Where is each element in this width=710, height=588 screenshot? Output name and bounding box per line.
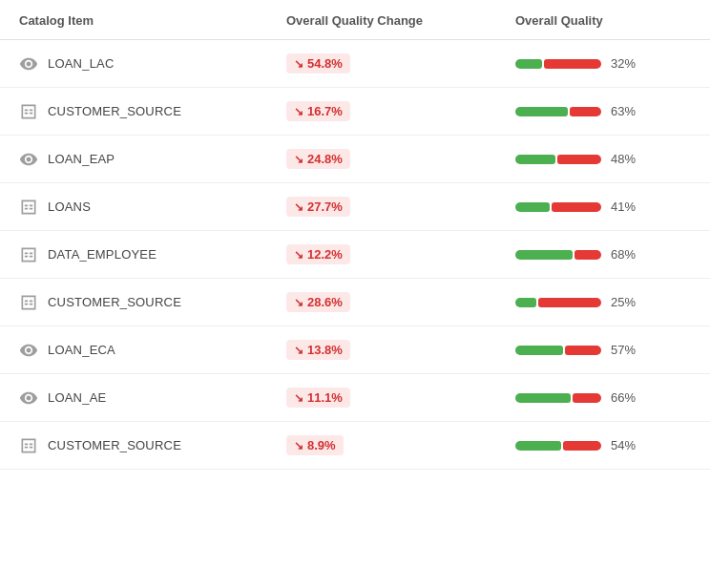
bar-green <box>515 155 555 164</box>
col-header-quality-change: Overall Quality Change <box>286 13 515 28</box>
item-name: LOAN_EAP <box>48 152 115 166</box>
bar-green <box>515 107 568 116</box>
catalog-cell: LOANS <box>19 198 286 217</box>
catalog-cell: CUSTOMER_SOURCE <box>19 293 286 312</box>
change-badge: ↘ 11.1% <box>286 388 350 408</box>
bar-red <box>557 155 601 164</box>
quality-change-cell: ↘ 13.8% <box>286 340 515 360</box>
view-icon <box>19 54 38 74</box>
table-row[interactable]: LOAN_LAC ↘ 54.8% 32% <box>0 40 710 88</box>
table-row[interactable]: CUSTOMER_SOURCE ↘ 8.9% 54% <box>0 422 710 470</box>
col-header-catalog: Catalog Item <box>19 13 286 28</box>
table-icon <box>19 293 38 312</box>
view-icon <box>19 341 38 360</box>
quality-change-cell: ↘ 12.2% <box>286 244 515 264</box>
quality-percentage: 66% <box>611 390 641 405</box>
item-name: LOAN_LAC <box>48 56 115 71</box>
quality-change-cell: ↘ 27.7% <box>286 197 515 217</box>
bar-red <box>570 107 601 116</box>
quality-change-cell: ↘ 54.8% <box>286 53 515 74</box>
change-badge: ↘ 28.6% <box>286 292 350 312</box>
quality-change-cell: ↘ 16.7% <box>286 101 515 121</box>
change-badge: ↘ 54.8% <box>286 53 350 74</box>
quality-percentage: 68% <box>611 247 641 262</box>
change-badge: ↘ 16.7% <box>286 101 350 121</box>
quality-percentage: 54% <box>611 438 641 452</box>
table-row[interactable]: DATA_EMPLOYEE ↘ 12.2% 68% <box>0 231 710 279</box>
change-value: 24.8% <box>307 152 343 166</box>
item-name: LOANS <box>48 200 91 214</box>
bar-red <box>544 59 601 69</box>
down-arrow-icon: ↘ <box>294 153 303 166</box>
quality-change-cell: ↘ 28.6% <box>286 292 515 312</box>
quality-bar <box>515 59 601 69</box>
table-row[interactable]: LOAN_EAP ↘ 24.8% 48% <box>0 136 710 183</box>
quality-percentage: 63% <box>611 104 641 118</box>
item-name: CUSTOMER_SOURCE <box>48 295 181 309</box>
down-arrow-icon: ↘ <box>294 391 303 405</box>
down-arrow-icon: ↘ <box>294 296 303 309</box>
catalog-cell: CUSTOMER_SOURCE <box>19 436 286 455</box>
quality-bar <box>515 107 601 116</box>
catalog-cell: LOAN_EAP <box>19 150 286 169</box>
table-header: Catalog Item Overall Quality Change Over… <box>0 0 710 40</box>
bar-red <box>563 441 601 451</box>
bar-red <box>574 250 601 260</box>
catalog-cell: LOAN_LAC <box>19 54 286 74</box>
down-arrow-icon: ↘ <box>294 344 303 357</box>
change-value: 12.2% <box>307 247 343 262</box>
table-row[interactable]: CUSTOMER_SOURCE ↘ 28.6% 25% <box>0 279 710 326</box>
quality-bar <box>515 202 601 212</box>
change-badge: ↘ 8.9% <box>286 435 344 455</box>
bar-green <box>515 59 542 69</box>
change-value: 13.8% <box>307 343 343 357</box>
quality-table: Catalog Item Overall Quality Change Over… <box>0 0 710 470</box>
item-name: CUSTOMER_SOURCE <box>48 438 181 452</box>
down-arrow-icon: ↘ <box>294 248 303 262</box>
view-icon <box>19 150 38 169</box>
quality-cell: 41% <box>515 200 691 214</box>
quality-cell: 32% <box>515 56 691 71</box>
bar-green <box>515 202 550 212</box>
table-row[interactable]: LOANS ↘ 27.7% 41% <box>0 183 710 231</box>
change-value: 11.1% <box>307 390 343 405</box>
bar-red <box>573 393 601 403</box>
table-icon <box>19 198 38 217</box>
table-row[interactable]: CUSTOMER_SOURCE ↘ 16.7% 63% <box>0 88 710 136</box>
quality-percentage: 48% <box>611 152 641 166</box>
item-name: CUSTOMER_SOURCE <box>48 104 181 118</box>
table-row[interactable]: LOAN_AE ↘ 11.1% 66% <box>0 374 710 422</box>
bar-green <box>515 393 571 403</box>
table-icon <box>19 102 38 121</box>
quality-cell: 54% <box>515 438 691 452</box>
quality-percentage: 41% <box>611 200 641 214</box>
quality-bar <box>515 155 601 164</box>
bar-green <box>515 298 536 307</box>
change-badge: ↘ 13.8% <box>286 340 350 360</box>
down-arrow-icon: ↘ <box>294 57 303 71</box>
quality-cell: 63% <box>515 104 691 118</box>
change-value: 16.7% <box>307 104 343 118</box>
col-header-quality: Overall Quality <box>515 13 691 28</box>
bar-red <box>565 346 601 355</box>
quality-change-cell: ↘ 11.1% <box>286 388 515 408</box>
quality-bar <box>515 393 601 403</box>
change-value: 27.7% <box>307 200 343 214</box>
catalog-cell: CUSTOMER_SOURCE <box>19 102 286 121</box>
down-arrow-icon: ↘ <box>294 200 303 214</box>
change-value: 54.8% <box>307 56 343 71</box>
quality-bar <box>515 298 601 307</box>
view-icon <box>19 388 38 408</box>
quality-percentage: 57% <box>611 343 641 357</box>
table-row[interactable]: LOAN_ECA ↘ 13.8% 57% <box>0 326 710 374</box>
quality-bar <box>515 346 601 355</box>
down-arrow-icon: ↘ <box>294 439 303 452</box>
quality-percentage: 25% <box>611 295 641 309</box>
quality-percentage: 32% <box>611 56 641 71</box>
catalog-cell: LOAN_AE <box>19 388 286 408</box>
change-value: 8.9% <box>307 438 336 452</box>
quality-cell: 68% <box>515 247 691 262</box>
bar-red <box>552 202 601 212</box>
item-name: LOAN_AE <box>48 390 106 405</box>
quality-bar <box>515 441 601 451</box>
